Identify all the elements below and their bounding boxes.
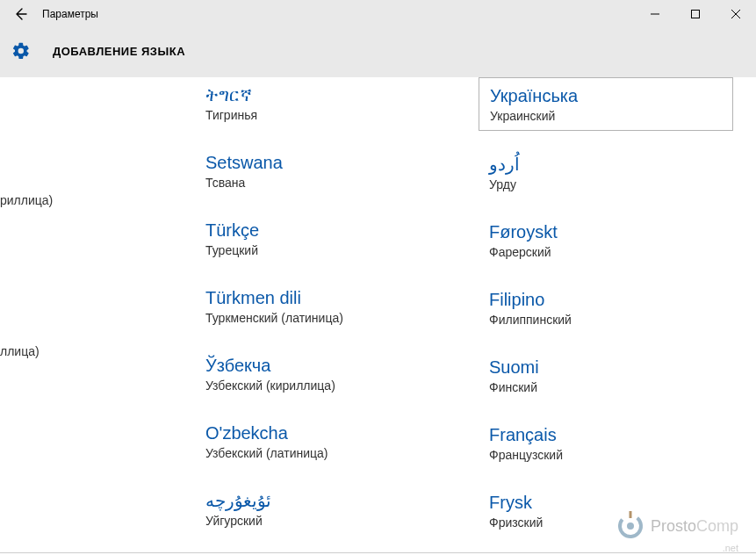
- list-item[interactable]: Türkmen dili Туркменский (латиница): [195, 280, 441, 332]
- language-local-label: Фарерский: [489, 245, 723, 259]
- list-item[interactable]: Filipino Филиппинский: [479, 282, 733, 334]
- list-item[interactable]: Français Французский: [479, 417, 733, 469]
- page-title: ДОБАВЛЕНИЕ ЯЗЫКА: [53, 45, 185, 58]
- close-button[interactable]: [716, 0, 756, 28]
- minimize-button[interactable]: [635, 0, 675, 28]
- language-local-label: Финский: [489, 380, 723, 394]
- language-native-label: ትግርኛ: [205, 84, 430, 106]
- svg-rect-0: [692, 11, 700, 18]
- list-item[interactable]: اُردو Урду: [479, 147, 733, 198]
- maximize-icon: [691, 10, 700, 18]
- arrow-left-icon: [14, 7, 28, 21]
- language-list: риллица) ллица) ትግርኛ Тигринья Setswana Т…: [0, 77, 756, 551]
- language-local-label: Турецкий: [205, 243, 430, 257]
- language-native-label: Українська: [490, 85, 722, 107]
- language-local-label: Узбекский (латиница): [205, 446, 430, 460]
- page-header: ДОБАВЛЕНИЕ ЯЗЫКА: [0, 28, 756, 77]
- watermark-sub: .net: [723, 543, 738, 551]
- language-local-label: Уйгурский: [205, 514, 430, 528]
- list-item[interactable]: ئۇيغۇرچە Уйгурский: [195, 483, 441, 535]
- list-item[interactable]: Setswana Тсвана: [195, 145, 441, 197]
- language-local-label: риллица): [0, 193, 53, 207]
- language-native-label: اُردو: [489, 154, 723, 176]
- list-item[interactable]: Türkçe Турецкий: [195, 213, 441, 264]
- language-column-left: ትግርኛ Тигринья Setswana Тсвана Türkçe Тур…: [195, 77, 441, 551]
- settings-icon: [11, 40, 32, 61]
- maximize-button[interactable]: [675, 0, 716, 28]
- list-item[interactable]: Українська Украинский: [479, 77, 733, 131]
- language-native-label: Türkçe: [205, 220, 430, 241]
- language-native-label: O'zbekcha: [205, 422, 430, 444]
- window-title: Параметры: [42, 8, 98, 20]
- language-native-label: Frysk: [489, 492, 723, 514]
- language-local-label: Урду: [489, 177, 723, 191]
- language-local-label: Туркменский (латиница): [205, 311, 430, 325]
- titlebar: Параметры: [0, 0, 756, 28]
- language-local-label: Французский: [489, 448, 723, 462]
- language-local-label: Узбекский (кириллица): [205, 378, 430, 393]
- language-column-right: Українська Украинский اُردو Урду Føroysk…: [479, 77, 733, 551]
- language-native-label: Suomi: [489, 357, 723, 378]
- language-native-label: Setswana: [205, 152, 430, 174]
- list-item[interactable]: Ўзбекча Узбекский (кириллица): [195, 348, 441, 400]
- language-local-label: Филиппинский: [489, 313, 723, 327]
- divider: [0, 552, 756, 553]
- language-local-label: ллица): [0, 344, 53, 358]
- list-item[interactable]: Frysk Фризский: [479, 485, 733, 537]
- language-native-label: Français: [489, 424, 723, 446]
- list-item[interactable]: Føroyskt Фарерский: [479, 214, 733, 266]
- language-native-label: Filipino: [489, 289, 723, 311]
- list-item[interactable]: риллица): [0, 163, 53, 213]
- minimize-icon: [651, 10, 659, 18]
- language-native-label: ئۇيغۇرچە: [205, 490, 430, 512]
- list-item[interactable]: ллица): [0, 314, 53, 364]
- language-column-cutoff: риллица) ллица): [0, 77, 53, 379]
- language-local-label: Тсвана: [205, 176, 430, 190]
- language-native-label: Türkmen dili: [205, 287, 430, 309]
- close-icon: [731, 10, 740, 18]
- list-item[interactable]: Suomi Финский: [479, 350, 733, 401]
- language-local-label: Украинский: [490, 109, 722, 123]
- language-local-label: Тигринья: [205, 108, 430, 122]
- list-item[interactable]: O'zbekcha Узбекский (латиница): [195, 415, 441, 467]
- language-native-label: Ўзбекча: [205, 355, 430, 377]
- language-local-label: Фризский: [489, 515, 723, 530]
- list-item[interactable]: ትግርኛ Тигринья: [195, 77, 441, 129]
- caption-controls: [635, 0, 756, 28]
- language-native-label: Føroyskt: [489, 221, 723, 243]
- back-button[interactable]: [7, 0, 35, 28]
